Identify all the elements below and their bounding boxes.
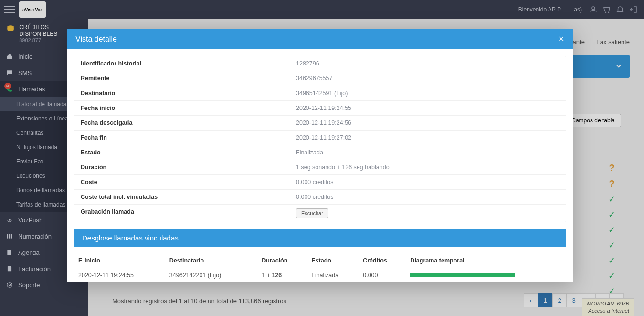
table-cell: 1 + 126 [257,268,306,283]
table-row: 2020-12-11 19:24:5534962142201 (Fijo)1 +… [74,268,566,283]
detail-value: 34629675557 [291,71,566,86]
detail-label: Grabación llamada [74,205,291,222]
linked-calls-table: F. inicioDestinatarioDuraciónEstadoCrédi… [74,253,566,282]
table-cell: 2020-12-11 19:24:55 [74,268,165,283]
detail-row: Identificador historial1282796 [74,56,566,71]
detail-value: 34965142591 (Fijo) [291,86,566,100]
detail-value: Escuchar [291,205,566,222]
detail-row: EstadoFinalizada [74,145,566,160]
table-header: Estado [306,253,358,268]
detail-label: Fecha fin [74,131,291,145]
detail-value: 0.000 créditos [291,190,566,204]
table-header: Diagrama temporal [405,253,566,268]
detail-label: Destinatario [74,86,291,100]
close-icon[interactable]: ✕ [558,34,564,44]
detail-label: Coste [74,175,291,189]
detail-label: Estado [74,145,291,160]
modal-vista-detalle: Vista detalle ✕ Identificador historial1… [67,29,573,282]
detail-value: 2020-12-11 19:27:02 [291,131,566,145]
duration-bar [410,273,515,277]
detail-row: Remitente34629675557 [74,71,566,86]
table-cell: 34962142201 (Fijo) [165,268,257,283]
detail-row: Duración1 seg sonando + 126 seg hablando [74,160,566,175]
table-header: Duración [257,253,306,268]
detail-label: Fecha inicio [74,101,291,115]
table-header: Destinatario [165,253,257,268]
detail-row: Coste total incl. vinculadas0.000 crédit… [74,190,566,205]
table-header: F. inicio [74,253,165,268]
detail-label: Duración [74,160,291,174]
table-cell: 0.000 [358,268,405,283]
table-header: Créditos [358,253,405,268]
detail-value: 0.000 créditos [291,175,566,189]
modal-title: Vista detalle [75,35,117,44]
listen-button[interactable]: Escuchar [296,208,328,218]
detail-value: 2020-12-11 19:24:55 [291,101,566,115]
detail-value: 2020-12-11 19:24:56 [291,116,566,130]
detail-value: Finalizada [291,145,566,160]
detail-label: Identificador historial [74,56,291,71]
detail-label: Coste total incl. vinculadas [74,190,291,204]
detail-row: Coste0.000 créditos [74,175,566,190]
detail-value: 1 seg sonando + 126 seg hablando [291,160,566,174]
linked-calls-header: Desglose llamadas vinculadas [74,229,566,247]
table-cell [405,268,566,283]
detail-row: Grabación llamadaEscuchar [74,205,566,222]
modal-header: Vista detalle ✕ [67,29,573,49]
detail-label: Fecha descolgada [74,116,291,130]
detail-value: 1282796 [291,56,566,71]
table-cell: Finalizada [306,268,358,283]
detail-row: Fecha inicio2020-12-11 19:24:55 [74,101,566,116]
detail-table: Identificador historial1282796Remitente3… [74,56,566,222]
detail-row: Destinatario34965142591 (Fijo) [74,86,566,101]
detail-row: Fecha fin2020-12-11 19:27:02 [74,131,566,145]
detail-label: Remitente [74,71,291,86]
detail-row: Fecha descolgada2020-12-11 19:24:56 [74,116,566,131]
